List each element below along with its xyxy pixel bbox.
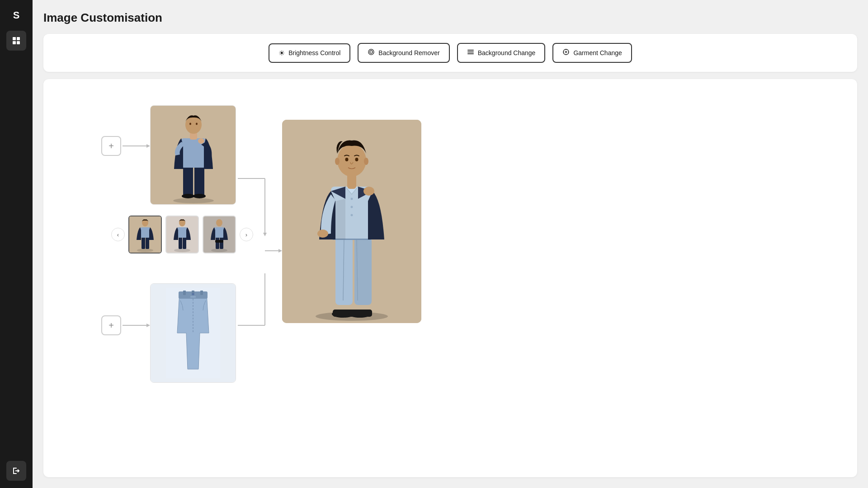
canvas-card: + [43,79,857,477]
svg-rect-7 [467,52,474,52]
thumb-next-button[interactable]: › [240,228,253,241]
svg-point-79 [351,214,353,216]
svg-rect-28 [183,164,193,196]
svg-rect-0 [13,37,16,40]
svg-point-78 [351,206,353,208]
bg-change-label: Background Change [478,49,536,56]
svg-point-85 [355,158,359,161]
sidebar-bottom [6,461,26,481]
garment-image [150,283,236,383]
svg-marker-16 [146,144,150,148]
svg-point-39 [137,249,153,252]
svg-rect-60 [200,291,203,295]
svg-rect-2 [13,41,16,44]
svg-point-36 [196,123,198,125]
toolbar-card: ☀ Brightness Control Background Remover … [43,34,857,72]
svg-point-10 [565,51,567,53]
top-outfit-image [150,105,236,205]
svg-rect-54 [214,227,224,238]
add-bottom-icon: + [108,320,114,331]
outfit-preview [151,106,236,204]
thumbnail-3[interactable] [203,216,236,253]
svg-rect-48 [177,227,187,238]
sidebar: S [0,0,33,488]
svg-rect-6 [467,50,474,51]
svg-point-45 [174,249,190,252]
svg-point-77 [351,198,353,200]
main-content: Image Customisation ☀ Brightness Control… [33,0,868,488]
svg-rect-42 [140,227,150,238]
svg-marker-25 [278,249,282,253]
garment-preview [151,284,236,382]
logout-button[interactable] [6,461,26,481]
svg-point-86 [363,187,374,196]
svg-rect-74 [349,310,372,317]
svg-rect-63 [190,296,196,298]
svg-rect-41 [146,236,149,249]
thumb-prev-button[interactable]: ‹ [111,228,125,241]
svg-rect-46 [179,236,182,249]
svg-point-30 [182,194,194,198]
add-bottom-input[interactable]: + [101,315,121,335]
output-image [282,120,421,323]
svg-marker-21 [146,324,150,327]
garment-icon [562,48,570,57]
svg-point-37 [198,138,204,144]
bg-remover-label: Background Remover [378,49,439,56]
prev-icon: ‹ [117,231,119,238]
sidebar-grid-button[interactable] [6,31,26,51]
svg-point-55 [216,219,222,226]
background-change-button[interactable]: Background Change [457,43,546,63]
brightness-icon: ☀ [278,49,285,57]
svg-marker-19 [263,233,267,236]
svg-point-83 [364,158,368,165]
svg-rect-1 [17,37,20,40]
svg-point-51 [211,249,227,252]
svg-rect-3 [17,41,20,44]
svg-point-82 [335,158,340,165]
add-top-input[interactable]: + [101,136,121,156]
thumbnail-1[interactable] [128,216,162,253]
add-top-icon: + [108,141,114,151]
sidebar-top: S [6,7,26,51]
next-icon: › [245,231,247,238]
svg-point-27 [173,198,214,203]
svg-point-87 [317,230,328,238]
svg-rect-59 [183,291,186,295]
svg-rect-29 [194,164,204,196]
thumbnail-strip: ‹ [111,216,253,253]
garment-change-button[interactable]: Garment Change [552,43,632,63]
svg-rect-8 [467,53,474,54]
svg-point-81 [337,144,366,177]
page-title: Image Customisation [43,11,857,25]
svg-point-84 [345,158,349,161]
app-logo: S [8,7,24,23]
bg-change-icon [467,48,474,57]
svg-point-5 [370,51,373,53]
svg-point-31 [193,194,206,198]
background-remover-button[interactable]: Background Remover [358,43,449,63]
svg-point-4 [368,49,374,55]
thumbnail-2[interactable] [165,216,199,253]
svg-point-35 [189,123,191,125]
svg-point-64 [192,293,194,296]
brightness-label: Brightness Control [288,49,340,56]
bg-remover-icon [368,48,375,57]
garment-label: Garment Change [573,49,622,56]
svg-rect-40 [142,236,145,249]
svg-rect-56 [215,240,223,243]
svg-rect-47 [183,236,186,249]
brightness-control-button[interactable]: ☀ Brightness Control [269,43,350,63]
